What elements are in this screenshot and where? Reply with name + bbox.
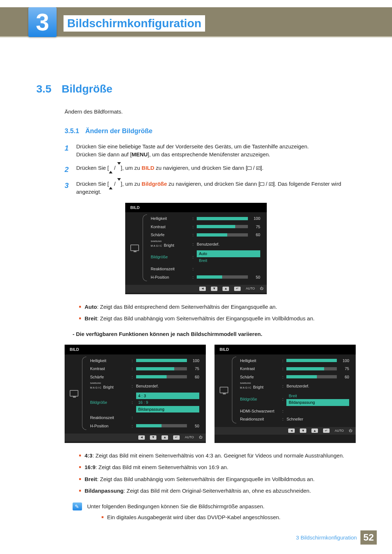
osd-panel-3: BILD Helligkeit:100 Kontrast:75 Schärfe:… xyxy=(215,345,356,443)
bullet-list-1: Auto: Zeigt das Bild entsprechend dem Se… xyxy=(79,303,356,323)
rect-icon xyxy=(260,182,264,186)
term: 4:3 xyxy=(85,452,93,459)
nav-enter-icon: ↵ xyxy=(234,287,241,291)
chapter-number-badge: 3 xyxy=(28,7,57,37)
step-text: ], um zu xyxy=(121,165,142,171)
step-body: Drücken Sie [ / ], um zu BILD zu navigie… xyxy=(76,164,356,175)
bullet-icon xyxy=(79,478,81,480)
subsection-title: Ändern der Bildgröße xyxy=(85,127,152,135)
step-text: Drücken Sie eine beliebige Taste auf der… xyxy=(76,143,309,149)
triangle-up-icon xyxy=(109,181,113,189)
bullet-icon xyxy=(79,466,81,468)
term: 16:9 xyxy=(85,464,95,470)
bullet-icon xyxy=(79,317,81,319)
step-text: ], um zu xyxy=(121,181,142,187)
nav-target: Bildgröße xyxy=(142,181,167,187)
step-number: 1 xyxy=(65,143,71,159)
bullet-icon xyxy=(79,306,81,308)
bullet-list-2: 4:3: Zeigt das Bild mit einem Seitenverh… xyxy=(79,452,356,495)
osd-footer: ◄ ▼ ▲ ↵ AUTO ⏻ xyxy=(125,285,267,293)
bullet-icon xyxy=(79,455,81,456)
term: Auto xyxy=(85,304,97,310)
triangle-down-icon xyxy=(117,162,121,171)
enter-icon xyxy=(269,182,273,186)
nav-up-icon: ▲ xyxy=(222,287,229,291)
desc: : Zeigt das Bild mit einem Seitenverhält… xyxy=(95,464,228,470)
chapter-title: Bildschirmkonfiguration xyxy=(64,15,205,32)
rect-icon xyxy=(247,167,252,170)
step-text: Drücken Sie dann auf [ xyxy=(76,151,132,157)
step-body: Drücken Sie eine beliebige Taste auf der… xyxy=(76,143,356,159)
step-number: 2 xyxy=(65,164,71,175)
step-list: 1 Drücken Sie eine beliebige Taste auf d… xyxy=(65,143,356,196)
step-text: zu navigieren, und drücken Sie dann [ xyxy=(154,165,247,171)
osd-table: Helligkeit:100 Kontrast:75 Schärfe:60 SA… xyxy=(149,214,262,281)
section-title: Bildgröße xyxy=(62,81,113,97)
info-bullet-list: Ein digitales Ausgabegerät wird über das… xyxy=(102,513,281,522)
section-number: 3.5 xyxy=(36,81,52,97)
triangle-down-icon xyxy=(117,178,121,187)
desc: : Zeigt das Bild mit einem Seitenverhält… xyxy=(93,452,344,459)
power-icon: ⏻ xyxy=(260,286,263,291)
info-icon xyxy=(73,502,82,510)
step-text: Drücken Sie [ xyxy=(76,165,109,171)
monitor-icon xyxy=(130,245,139,251)
term: Bildanpassung xyxy=(85,488,124,494)
step-number: 3 xyxy=(65,180,71,196)
info-bullet: Ein digitales Ausgabegerät wird über das… xyxy=(107,513,281,522)
osd-panel-2: BILD Helligkeit:100 Kontrast:75 Schärfe:… xyxy=(65,345,206,443)
step-text: ]. xyxy=(261,165,264,171)
nav-down-icon: ▼ xyxy=(211,287,217,291)
subsection-heading: 3.5.1 Ändern der Bildgröße xyxy=(65,126,356,136)
term: Breit xyxy=(85,315,97,321)
step-text: Drücken Sie [ xyxy=(76,181,109,187)
nav-left-icon: ◄ xyxy=(199,287,206,291)
monitor-icon xyxy=(70,390,78,397)
step-text: ], um das entsprechende Menüfenster anzu… xyxy=(148,151,270,157)
page-content: 3.5 Bildgröße Ändern des Bildformats. 3.… xyxy=(0,36,392,529)
note-text: - Die verfügbaren Funktionen können je n… xyxy=(73,330,356,338)
enter-icon xyxy=(256,167,261,170)
osd-title: BILD xyxy=(125,203,267,213)
desc: : Zeigt das Bild entsprechend dem Seiten… xyxy=(97,304,277,310)
menu-keyword: MENU xyxy=(132,151,148,157)
footer-label: 3 Bildschirmkonfiguration xyxy=(296,534,357,541)
info-text: Unter folgenden Bedingungen können Sie d… xyxy=(87,502,281,511)
info-block: Unter folgenden Bedingungen können Sie d… xyxy=(73,502,356,529)
osd-panel-1: BILD Helligkeit:100 Kontrast:75 Schärfe:… xyxy=(125,203,267,294)
page-footer: 3 Bildschirmkonfiguration 52 xyxy=(296,530,377,545)
step-text: zu navigieren, und drücken Sie dann [ xyxy=(167,181,260,187)
nav-target: BILD xyxy=(142,165,154,171)
desc: : Zeigt das Bild unabhängig vom Seitenve… xyxy=(97,315,315,321)
step-body: Drücken Sie [ / ], um zu Bildgröße zu na… xyxy=(76,180,356,196)
page-number: 52 xyxy=(360,530,377,545)
bullet-icon xyxy=(102,516,103,518)
auto-label: AUTO xyxy=(246,286,255,291)
subsection-number: 3.5.1 xyxy=(65,127,79,135)
menu-bracket xyxy=(143,214,147,281)
term: Breit xyxy=(85,476,97,482)
triangle-up-icon xyxy=(109,165,113,173)
bullet-icon xyxy=(79,490,81,492)
section-intro: Ändern des Bildformats. xyxy=(65,108,356,116)
desc: : Zeigt das Bild unabhängig vom Seitenve… xyxy=(97,476,315,482)
desc: : Zeigt das Bild mit dem Original-Seiten… xyxy=(124,488,311,494)
monitor-icon xyxy=(220,387,228,393)
